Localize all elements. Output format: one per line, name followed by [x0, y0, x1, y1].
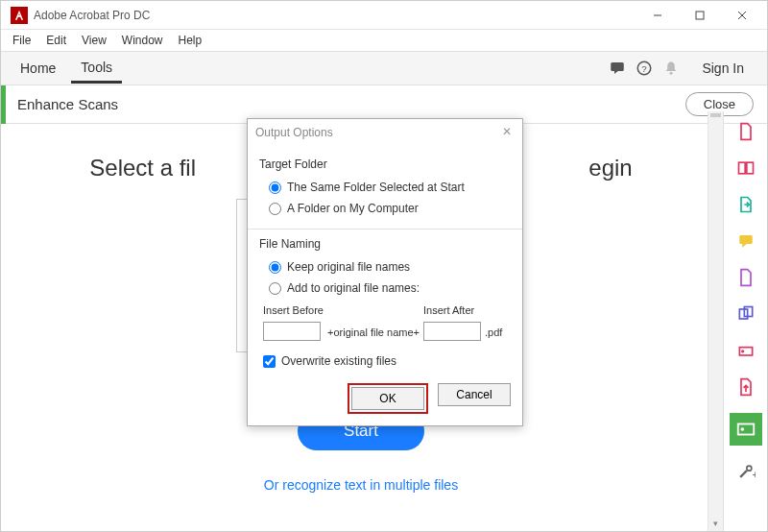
menu-window[interactable]: Window [116, 32, 169, 49]
titlebar: Adobe Acrobat Pro DC [1, 1, 767, 30]
combine-icon[interactable] [735, 157, 756, 179]
tabbar: Home Tools ? Sign In [1, 51, 767, 85]
scroll-down-icon[interactable]: ▾ [708, 516, 723, 531]
tool-title: Enhance Scans [17, 96, 685, 112]
insert-after-input[interactable] [423, 322, 481, 341]
insert-before-label: Insert Before [263, 304, 324, 316]
radio-add-names-label: Add to original file names: [287, 281, 420, 295]
svg-text:+: + [752, 470, 755, 480]
stamp-icon[interactable] [735, 303, 756, 325]
tab-tools[interactable]: Tools [71, 54, 122, 84]
more-tools-icon[interactable]: + [735, 461, 756, 482]
output-options-dialog: Output Options ✕ Target Folder The Same … [247, 118, 523, 426]
svg-rect-10 [739, 235, 753, 244]
radio-same-folder[interactable]: The Same Folder Selected at Start [259, 177, 511, 198]
export-pdf-icon[interactable] [735, 194, 756, 215]
sign-in-link[interactable]: Sign In [684, 60, 757, 76]
dialog-close-button[interactable]: ✕ [499, 125, 515, 140]
menubar: File Edit View Window Help [1, 30, 767, 51]
target-folder-label: Target Folder [259, 157, 511, 171]
svg-point-17 [746, 466, 751, 471]
dialog-title: Output Options [255, 126, 499, 139]
svg-rect-15 [737, 424, 754, 435]
close-window-button[interactable] [721, 2, 763, 29]
optimize-icon[interactable] [735, 376, 756, 398]
radio-add-names-input[interactable] [269, 282, 281, 295]
insert-before-input[interactable] [263, 322, 321, 341]
radio-same-folder-input[interactable] [269, 181, 281, 194]
accent-bar [1, 85, 6, 124]
svg-rect-8 [738, 162, 745, 174]
right-tool-rail: + [723, 111, 767, 531]
cancel-button[interactable]: Cancel [438, 383, 511, 406]
menu-help[interactable]: Help [173, 32, 208, 49]
create-pdf-icon[interactable] [735, 121, 756, 142]
overwrite-checkbox-row[interactable]: Overwrite existing files [259, 345, 511, 374]
chat-icon[interactable] [604, 55, 631, 82]
overwrite-checkbox[interactable] [263, 355, 276, 368]
svg-point-14 [741, 350, 744, 352]
ok-button[interactable]: OK [351, 387, 424, 410]
extension-label: .pdf [485, 326, 502, 341]
svg-rect-1 [696, 12, 704, 19]
menu-edit[interactable]: Edit [40, 32, 72, 49]
maximize-button[interactable] [679, 2, 721, 29]
organize-icon[interactable] [735, 267, 756, 288]
radio-same-folder-label: The Same Folder Selected at Start [287, 181, 465, 194]
svg-text:?: ? [642, 63, 648, 74]
radio-keep-names-input[interactable] [269, 261, 281, 274]
svg-rect-9 [746, 162, 753, 174]
insert-after-label: Insert After [423, 304, 481, 316]
tab-home[interactable]: Home [11, 55, 65, 82]
radio-my-computer[interactable]: A Folder on My Computer [259, 198, 511, 219]
radio-keep-names-label: Keep original file names [287, 260, 410, 274]
help-icon[interactable]: ? [631, 55, 658, 82]
file-naming-label: File Naming [259, 237, 511, 251]
radio-my-computer-label: A Folder on My Computer [287, 202, 419, 215]
vertical-scrollbar[interactable]: ▾ [708, 111, 723, 531]
bell-icon[interactable] [658, 55, 684, 82]
svg-point-16 [740, 427, 744, 431]
minimize-button[interactable] [636, 2, 679, 29]
radio-my-computer-input[interactable] [269, 203, 281, 215]
comment-icon[interactable] [735, 230, 756, 252]
recognize-multiple-link[interactable]: Or recognize text in multiple files [1, 477, 721, 493]
menu-file[interactable]: File [7, 32, 36, 49]
ok-highlight: OK [348, 383, 428, 414]
radio-keep-names[interactable]: Keep original file names [259, 256, 511, 278]
original-name-label: +original file name+ [327, 326, 420, 341]
svg-rect-4 [612, 62, 625, 71]
scrollbar-thumb[interactable] [710, 113, 721, 117]
fill-sign-icon[interactable] [735, 340, 756, 361]
enhance-scans-icon[interactable] [730, 413, 762, 446]
svg-point-7 [670, 72, 673, 75]
window-title: Adobe Acrobat Pro DC [34, 9, 636, 22]
radio-add-names[interactable]: Add to original file names: [259, 278, 511, 299]
overwrite-label: Overwrite existing files [281, 354, 396, 368]
app-logo-icon [11, 7, 28, 24]
menu-view[interactable]: View [76, 32, 112, 49]
